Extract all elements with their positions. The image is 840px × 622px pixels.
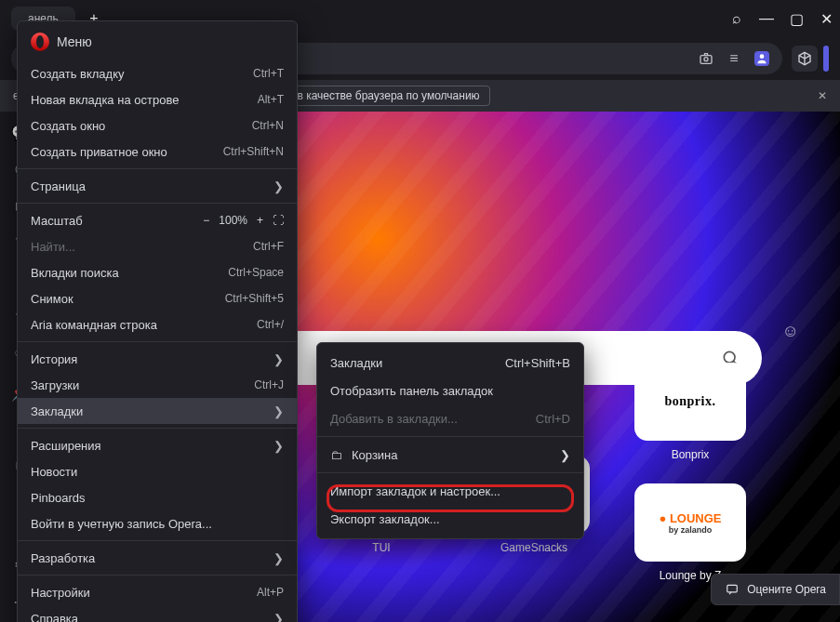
menu-header: Меню <box>18 27 297 60</box>
menu-item[interactable]: Закладки❯ <box>18 398 297 424</box>
menu-item[interactable]: Разработка❯ <box>18 545 297 571</box>
menu-item-label: Масштаб <box>31 214 83 228</box>
menu-item[interactable]: Новая вкладка на островеAlt+T <box>18 86 297 112</box>
menu-item[interactable]: Масштаб− 100% + ⛶ <box>18 207 297 233</box>
tile-logo-a: ● LOUNGE <box>659 511 721 525</box>
menu-item[interactable]: Войти в учетную запись Opera... <box>18 510 297 536</box>
chevron-right-icon: ❯ <box>273 551 284 565</box>
chat-icon <box>725 582 740 597</box>
camera-icon[interactable] <box>699 51 713 66</box>
menu-item-label: Aria командная строка <box>31 318 157 332</box>
submenu-left: Экспорт закладок... <box>330 512 440 526</box>
submenu-item[interactable]: Экспорт закладок... <box>317 505 583 533</box>
menu-shortcut: Ctrl+F <box>253 240 284 253</box>
menu-item-label: Справка <box>31 612 78 623</box>
svg-rect-0 <box>700 56 712 64</box>
menu-item[interactable]: НастройкиAlt+P <box>18 579 297 605</box>
tile-lounge[interactable]: ● LOUNGE by zalando Lounge by Z <box>634 483 746 582</box>
accent-bar-icon[interactable] <box>823 46 829 72</box>
menu-item-label: Загрузки <box>31 378 79 392</box>
menu-item[interactable]: Создать окноCtrl+N <box>18 112 297 139</box>
banner-close-button[interactable]: ✕ <box>818 89 827 102</box>
submenu-item[interactable]: Отобразить панель закладок <box>317 377 583 404</box>
menu-item-label: Pinboards <box>31 491 86 505</box>
sliders-icon[interactable]: ≡ <box>727 51 741 66</box>
folder-icon <box>330 448 342 462</box>
cube-icon[interactable] <box>792 46 818 72</box>
chevron-right-icon: ❯ <box>273 439 284 453</box>
chevron-right-icon: ❯ <box>273 352 284 366</box>
menu-item-label: История <box>31 352 77 366</box>
menu-item[interactable]: Расширения❯ <box>18 432 297 458</box>
submenu-item[interactable]: ЗакладкиCtrl+Shift+B <box>317 349 583 377</box>
submenu-label: Экспорт закладок... <box>330 512 440 526</box>
menu-item[interactable]: Создать вкладкуCtrl+T <box>18 60 297 86</box>
rate-opera-chip[interactable]: Оцените Opera <box>711 574 840 605</box>
menu-shortcut: Ctrl+J <box>254 378 284 391</box>
submenu-left: Корзина <box>330 448 398 462</box>
chevron-right-icon: ❯ <box>273 404 284 418</box>
menu-item-label: Разработка <box>31 551 95 565</box>
submenu-left: Закладки <box>330 356 382 370</box>
submenu-label: Импорт закладок и настроек... <box>330 484 500 498</box>
rate-label: Оцените Opera <box>747 583 826 596</box>
zoom-controls[interactable]: − 100% + ⛶ <box>203 214 284 227</box>
window-controls: ⌕ — ▢ ✕ <box>730 10 833 28</box>
menu-item-label: Страница <box>31 179 86 193</box>
menu-item-label: Новости <box>31 465 77 479</box>
opera-logo-icon <box>31 33 49 51</box>
maximize-button[interactable]: ▢ <box>790 10 803 28</box>
zoom-in-button[interactable]: + <box>257 214 263 227</box>
profile-icon[interactable] <box>754 51 769 66</box>
menu-item-label: Новая вкладка на острове <box>31 93 179 107</box>
minimize-button[interactable]: — <box>760 10 773 28</box>
menu-item[interactable]: Страница❯ <box>18 173 297 199</box>
smiley-icon[interactable]: ☺ <box>782 322 799 341</box>
menu-item-label: Создать приватное окно <box>31 145 167 159</box>
svg-rect-4 <box>727 585 738 592</box>
menu-item-label: Расширения <box>31 439 101 453</box>
menu-item[interactable]: ЗагрузкиCtrl+J <box>18 372 297 398</box>
submenu-label: Закладки <box>330 356 382 370</box>
menu-item-label: Найти... <box>31 240 75 254</box>
chevron-right-icon: ❯ <box>273 179 284 193</box>
menu-item[interactable]: Aria командная строкаCtrl+/ <box>18 311 297 337</box>
submenu-left: Импорт закладок и настроек... <box>330 484 500 498</box>
menu-item[interactable]: Новости <box>18 458 297 484</box>
menu-item[interactable]: СнимокCtrl+Shift+5 <box>18 285 297 311</box>
chevron-right-icon: ❯ <box>273 612 284 623</box>
omnibox-actions: ≡ <box>699 51 769 66</box>
menu-item[interactable]: Вкладки поискаCtrl+Space <box>18 259 297 285</box>
menu-item: Найти...Ctrl+F <box>18 233 297 259</box>
svg-point-1 <box>704 58 708 61</box>
menu-item[interactable]: Справка❯ <box>18 605 297 622</box>
svg-point-2 <box>760 54 765 59</box>
svg-point-3 <box>724 351 735 363</box>
menu-title: Меню <box>57 34 92 49</box>
fullscreen-icon[interactable]: ⛶ <box>273 214 284 227</box>
menu-item[interactable]: История❯ <box>18 346 297 372</box>
submenu-label: Корзина <box>352 448 398 462</box>
main-menu: Меню Создать вкладкуCtrl+TНовая вкладка … <box>17 20 298 622</box>
menu-item[interactable]: Pinboards <box>18 484 297 510</box>
menu-item-label: Создать окно <box>31 119 105 133</box>
submenu-item[interactable]: Корзина❯ <box>317 441 583 469</box>
menu-item[interactable]: Создать приватное окноCtrl+Shift+N <box>18 139 297 165</box>
submenu-left: Добавить в закладки... <box>330 412 458 426</box>
tabs-search-icon[interactable]: ⌕ <box>730 10 743 28</box>
menu-item-label: Вкладки поиска <box>31 266 119 280</box>
tile-bonprix[interactable]: bonprix. Bonprix <box>634 363 746 461</box>
zoom-out-button[interactable]: − <box>203 214 209 227</box>
tile-caption: Bonprix <box>672 448 710 461</box>
submenu-shortcut: Ctrl+Shift+B <box>505 356 570 370</box>
menu-shortcut: Ctrl+T <box>253 67 284 80</box>
submenu-item[interactable]: Импорт закладок и настроек... <box>317 477 583 505</box>
menu-item-label: Закладки <box>31 404 83 418</box>
tile-logo-b: by zalando <box>669 525 713 535</box>
menu-shortcut: Alt+T <box>258 93 284 106</box>
close-window-button[interactable]: ✕ <box>820 10 833 28</box>
bookmarks-submenu: ЗакладкиCtrl+Shift+BОтобразить панель за… <box>316 342 584 539</box>
submenu-label: Добавить в закладки... <box>330 412 458 426</box>
tile-caption: TUI <box>372 541 390 554</box>
menu-shortcut: Ctrl+N <box>252 119 284 132</box>
